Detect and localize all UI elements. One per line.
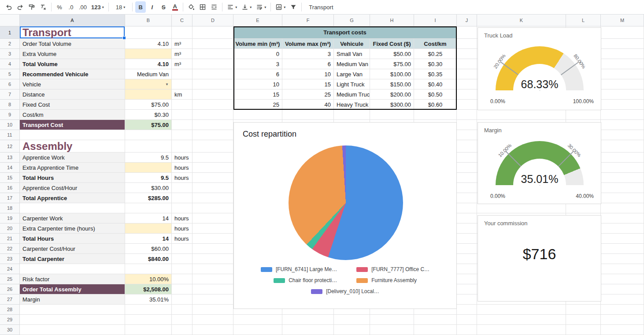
- decrease-decimal-button[interactable]: .0: [66, 1, 76, 13]
- cell-B27[interactable]: 35.01%: [125, 294, 172, 305]
- cell-A1[interactable]: Transport: [20, 26, 125, 39]
- cell-M15[interactable]: [601, 173, 644, 183]
- cell-J3[interactable]: [457, 49, 477, 59]
- cell-H4[interactable]: $75.00: [370, 59, 414, 69]
- cell-C14[interactable]: hours: [172, 163, 192, 173]
- cell-I29[interactable]: [414, 315, 457, 325]
- row-header-20[interactable]: 20: [0, 223, 20, 234]
- cell-A16[interactable]: Apprentice Cost/Hour: [20, 183, 125, 193]
- cell-I9[interactable]: [414, 110, 457, 120]
- borders-button[interactable]: [197, 1, 208, 13]
- cell-A18[interactable]: [20, 203, 125, 213]
- cell-M23[interactable]: [601, 254, 644, 264]
- undo-button[interactable]: [4, 1, 14, 13]
- cell-A19[interactable]: Carpenter Work: [20, 213, 125, 223]
- cell-D12[interactable]: [192, 140, 233, 153]
- cell-H9[interactable]: [370, 110, 414, 120]
- cell-B14[interactable]: [125, 163, 172, 173]
- cell-F6[interactable]: 15: [282, 79, 334, 89]
- cell-J19[interactable]: [457, 213, 477, 223]
- cell-J14[interactable]: [457, 163, 477, 173]
- cell-M12[interactable]: [601, 140, 644, 153]
- cell-M20[interactable]: [601, 223, 644, 234]
- cell-L9[interactable]: [566, 110, 601, 120]
- fill-color-button[interactable]: [186, 1, 196, 13]
- cell-B13[interactable]: 9.5: [125, 153, 172, 163]
- cell-A6[interactable]: Vehicle: [20, 79, 125, 89]
- cell-I8[interactable]: $0.60: [414, 100, 457, 110]
- cell-M2[interactable]: [601, 39, 644, 49]
- cell-D4[interactable]: [192, 59, 233, 69]
- cell-M25[interactable]: [601, 274, 644, 284]
- cell-L30[interactable]: [566, 325, 601, 335]
- cell-M9[interactable]: [601, 110, 644, 120]
- cell-D22[interactable]: [192, 244, 233, 254]
- cell-D7[interactable]: [192, 89, 233, 100]
- cell-M11[interactable]: [601, 130, 644, 140]
- select-all-corner[interactable]: [0, 15, 20, 26]
- row-header-2[interactable]: 2: [0, 39, 20, 49]
- cell-F29[interactable]: [282, 315, 334, 325]
- cell-F5[interactable]: 10: [282, 69, 334, 79]
- cell-H30[interactable]: [370, 325, 414, 335]
- increase-decimal-button[interactable]: .00: [77, 1, 89, 13]
- cell-J11[interactable]: [457, 130, 477, 140]
- cell-B30[interactable]: [125, 325, 172, 335]
- cell-J13[interactable]: [457, 153, 477, 163]
- row-header-23[interactable]: 23: [0, 254, 20, 264]
- cell-D20[interactable]: [192, 223, 233, 234]
- commission-card[interactable]: Your commission $716: [477, 215, 601, 302]
- row-header-18[interactable]: 18: [0, 203, 20, 213]
- cell-B11[interactable]: [125, 130, 172, 140]
- cell-E9[interactable]: [233, 110, 282, 120]
- cell-F30[interactable]: [282, 325, 334, 335]
- insert-chart-button[interactable]: ▾: [274, 1, 287, 13]
- cell-C29[interactable]: [172, 315, 192, 325]
- cell-M24[interactable]: [601, 264, 644, 274]
- number-format-button[interactable]: 123▾: [89, 1, 106, 13]
- cell-K9[interactable]: [477, 110, 566, 120]
- cell-C23[interactable]: [172, 254, 192, 264]
- cell-A10[interactable]: Transport Cost: [20, 120, 125, 130]
- cell-J12[interactable]: [457, 140, 477, 153]
- cell-D27[interactable]: [192, 294, 233, 305]
- cell-C19[interactable]: hours: [172, 213, 192, 223]
- cell-A27[interactable]: Margin: [20, 294, 125, 305]
- cell-C27[interactable]: [172, 294, 192, 305]
- cell-C10[interactable]: [172, 120, 192, 130]
- col-header-F[interactable]: F: [282, 15, 334, 26]
- text-color-button[interactable]: A: [170, 1, 180, 13]
- cell-A13[interactable]: Apprentice Work: [20, 153, 125, 163]
- cell-E8[interactable]: 25: [233, 100, 282, 110]
- cell-M16[interactable]: [601, 183, 644, 193]
- col-header-C[interactable]: C: [172, 15, 192, 26]
- cell-J2[interactable]: [457, 39, 477, 49]
- cell-D17[interactable]: [192, 193, 233, 203]
- cell-D19[interactable]: [192, 213, 233, 223]
- cell-C5[interactable]: [172, 69, 192, 79]
- font-size-select[interactable]: 18▾: [111, 1, 130, 13]
- cell-E6[interactable]: 10: [233, 79, 282, 89]
- cell-M17[interactable]: [601, 193, 644, 203]
- cell-A9[interactable]: Cost/km: [20, 110, 125, 120]
- cell-C9[interactable]: [172, 110, 192, 120]
- row-header-4[interactable]: 4: [0, 59, 20, 69]
- cell-A20[interactable]: Extra Carpenter time (hours): [20, 223, 125, 234]
- merge-cells-button[interactable]: [209, 1, 219, 13]
- cell-M22[interactable]: [601, 244, 644, 254]
- cell-M3[interactable]: [601, 49, 644, 59]
- cell-B7[interactable]: [125, 89, 172, 100]
- cell-B20[interactable]: [125, 223, 172, 234]
- cell-J22[interactable]: [457, 244, 477, 254]
- cell-H29[interactable]: [370, 315, 414, 325]
- col-header-I[interactable]: I: [414, 15, 457, 26]
- cell-K30[interactable]: [477, 325, 566, 335]
- cell-D14[interactable]: [192, 163, 233, 173]
- cell-C25[interactable]: [172, 274, 192, 284]
- cell-I4[interactable]: $0.30: [414, 59, 457, 69]
- strikethrough-button[interactable]: S: [158, 1, 169, 13]
- cell-E7[interactable]: 15: [233, 89, 282, 100]
- cell-C12[interactable]: [172, 140, 192, 153]
- cell-G3[interactable]: Small Van: [334, 49, 370, 59]
- cell-M8[interactable]: [601, 100, 644, 110]
